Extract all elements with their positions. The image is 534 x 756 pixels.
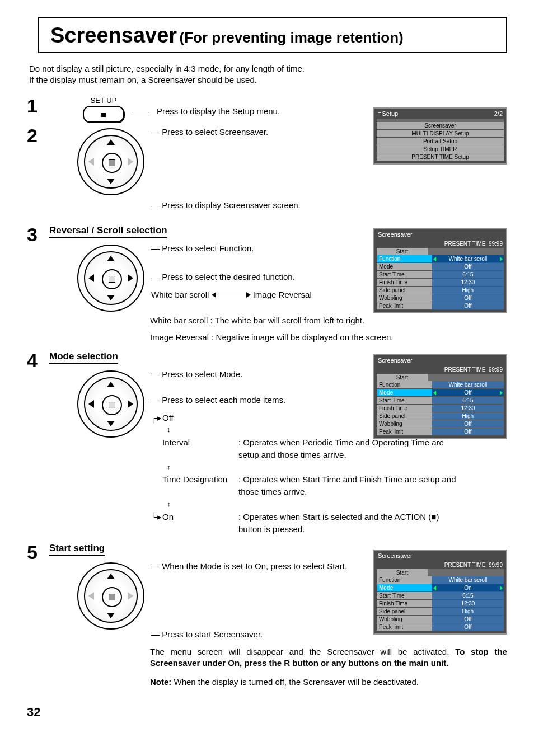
step4-line1: Press to select Mode. (162, 369, 242, 379)
step-number: 3 (27, 225, 49, 244)
dpad-control[interactable] (77, 370, 144, 438)
desc-interval: : Operates when Periodic Time and Operat… (238, 436, 465, 461)
updown-arrow-icon: ↕ (167, 499, 171, 510)
left-right-arrow-icon (212, 292, 251, 299)
dpad-control[interactable] (77, 245, 144, 312)
dpad-down-icon[interactable] (107, 613, 115, 618)
step-number: 1 (27, 96, 49, 115)
action-icon (109, 402, 115, 408)
step2-text1: Press to select Screensaver. (162, 127, 268, 137)
dpad-up-icon[interactable] (107, 574, 115, 579)
dpad-right-icon[interactable] (128, 400, 133, 408)
note-text: When the display is turned off, the Scre… (171, 677, 419, 687)
page-title-box: Screensaver (For preventing image retent… (38, 17, 507, 53)
desc-time: : Operates when Start Time and Finish Ti… (238, 473, 465, 498)
step2-text2: Press to display Screensaver screen. (162, 200, 301, 210)
menu-list-icon: ≣ (100, 110, 107, 118)
dpad-up-icon[interactable] (107, 256, 115, 261)
step3-opt-right: Image Reversal (253, 290, 312, 299)
osd-title: Screensaver (374, 355, 506, 365)
step4-line2: Press to select each mode items. (162, 395, 285, 405)
dpad-right-icon[interactable] (128, 592, 133, 600)
mode-off: Off (162, 412, 235, 424)
step5-heading: Start setting (49, 543, 105, 556)
step3-opt-left: White bar scroll (151, 290, 209, 299)
step5-line2: Press to start Screensaver. (162, 630, 263, 639)
step3-heading: Reversal / Scroll selection (49, 225, 167, 238)
step3-line1: Press to select Function. (162, 243, 254, 253)
dpad-right-icon[interactable] (128, 158, 133, 166)
updown-arrow-icon: ↕ (167, 425, 171, 435)
dpad-control[interactable] (77, 128, 144, 195)
dpad-left-icon[interactable] (88, 274, 94, 282)
desc-on: : Operates when Start is selected and th… (238, 511, 465, 536)
dpad-down-icon[interactable] (107, 295, 115, 300)
dpad-action-button[interactable] (102, 395, 122, 415)
setup-button-label: SET UP (91, 96, 117, 105)
mode-interval: Interval (162, 436, 235, 449)
dpad-control[interactable] (77, 562, 144, 630)
step3-expl2: Image Reversal : Negative image will be … (150, 332, 507, 343)
mode-timedesig: Time Designation (162, 473, 235, 486)
dpad-left-icon[interactable] (88, 400, 94, 408)
action-icon (109, 594, 115, 600)
action-icon (109, 276, 115, 283)
setup-button[interactable]: SET UP ≣ (83, 96, 124, 123)
step-number: 5 (27, 543, 49, 562)
action-icon (109, 159, 115, 166)
step5-line1: When the Mode is set to On, press to sel… (162, 561, 347, 571)
step1-text: Press to display the Setup menu. (157, 106, 280, 116)
dpad-up-icon[interactable] (107, 382, 115, 387)
dpad-right-icon[interactable] (128, 274, 133, 282)
page-number: 32 (27, 705, 507, 720)
dpad-left-icon[interactable] (88, 592, 94, 600)
step4-heading: Mode selection (49, 351, 118, 364)
title-sub: (For preventing image retention) (180, 29, 404, 46)
osd-title: Screensaver (374, 551, 506, 561)
dpad-up-icon[interactable] (107, 139, 115, 145)
intro-text: Do not display a still picture, especial… (29, 63, 507, 86)
mode-on: On (162, 511, 235, 523)
step3-expl1: White bar scroll : The white bar will sc… (150, 315, 507, 326)
dpad-left-icon[interactable] (88, 158, 94, 166)
updown-arrow-icon: ↕ (167, 462, 171, 473)
title-main: Screensaver (50, 24, 177, 47)
dpad-down-icon[interactable] (107, 179, 115, 184)
note-label: Note: (150, 677, 171, 687)
osd-title: Screensaver (374, 229, 506, 240)
step-number: 4 (27, 351, 49, 370)
dpad-action-button[interactable] (102, 153, 122, 173)
dpad-down-icon[interactable] (107, 421, 115, 426)
step-number: 2 (27, 126, 49, 145)
step3-line2: Press to select the desired function. (162, 272, 295, 281)
dpad-action-button[interactable] (102, 269, 122, 289)
step5-body: The menu screen will disappear and the S… (150, 647, 455, 656)
